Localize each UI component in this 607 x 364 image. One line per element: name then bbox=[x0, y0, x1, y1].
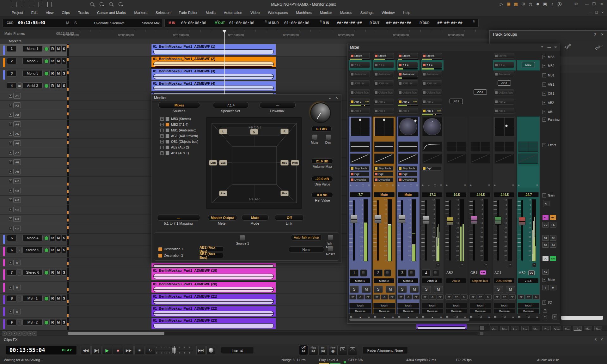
collapse-icon[interactable]: − bbox=[542, 82, 546, 87]
record-ready-dot[interactable] bbox=[44, 59, 49, 64]
send-slot-7-1-4[interactable]: 7.1.4 bbox=[398, 62, 418, 68]
subtrack-label[interactable]: A13 bbox=[13, 207, 21, 212]
fx-strip-tools[interactable]: Strip Tools bbox=[374, 166, 393, 171]
send-slot-ambisonic[interactable]: Ambisonic bbox=[374, 71, 394, 77]
track-type-icon[interactable]: L bbox=[17, 319, 22, 325]
record-arm-button[interactable] bbox=[408, 270, 415, 276]
track-name[interactable]: Mono 3 bbox=[22, 70, 43, 76]
fader-track[interactable] bbox=[449, 200, 451, 261]
ruler-mode[interactable]: Main :Frames bbox=[4, 32, 25, 35]
menu-window[interactable]: Window bbox=[377, 9, 399, 16]
fader-value[interactable]: -144.5 bbox=[494, 192, 515, 197]
send-checkbox[interactable] bbox=[351, 91, 353, 94]
fader-value[interactable]: Mute bbox=[374, 192, 395, 197]
workspace-button-A[interactable]: A bbox=[32, 331, 37, 336]
panel-tab-6[interactable]: Gl... bbox=[553, 326, 561, 331]
button-ø[interactable]: Ø bbox=[429, 294, 436, 300]
workspace-button-2[interactable]: 2 bbox=[7, 331, 12, 336]
mark-field-spinner[interactable]: ⇅ bbox=[473, 20, 475, 23]
audio-clip[interactable] bbox=[416, 324, 467, 330]
track-name[interactable]: Mono 2 bbox=[22, 58, 43, 64]
release-button[interactable]: Release bbox=[469, 308, 491, 314]
monitor-mute-button[interactable] bbox=[312, 134, 318, 140]
scroll-right-button[interactable] bbox=[480, 332, 483, 335]
record-ready-dot[interactable] bbox=[44, 71, 49, 76]
send-checkbox[interactable] bbox=[495, 73, 498, 76]
sidebar-toggle-ag1[interactable]: −AG1 bbox=[542, 82, 554, 87]
collapse-icon[interactable]: − bbox=[542, 73, 546, 77]
expand-icon[interactable]: + bbox=[9, 104, 12, 107]
button-pf[interactable]: PF bbox=[437, 294, 444, 300]
track-header-sub[interactable]: +R bbox=[0, 282, 67, 294]
button-pf[interactable]: PF bbox=[413, 294, 420, 300]
send-slot-ambisonic[interactable]: Ambisonic bbox=[494, 71, 514, 77]
subtrack-label[interactable]: A9 bbox=[13, 169, 21, 174]
panel-tab-3[interactable]: F... bbox=[521, 326, 529, 331]
mark-field-spinner[interactable]: ⇅ bbox=[320, 20, 322, 23]
solo-button[interactable]: S bbox=[350, 286, 359, 293]
track-number[interactable]: 6 bbox=[7, 247, 16, 253]
menu-icon[interactable]: ≡ bbox=[327, 96, 332, 100]
fader-track[interactable] bbox=[521, 200, 523, 261]
send-checkbox[interactable] bbox=[399, 100, 402, 103]
button-ø[interactable]: Ø bbox=[405, 294, 412, 300]
mark-field-value[interactable]: 01:00:00:00 bbox=[229, 21, 254, 25]
send-slot-aux-2[interactable]: Aux 2 bbox=[374, 99, 394, 105]
record-ready-dot[interactable] bbox=[44, 84, 49, 88]
audio-clip[interactable]: 01_BerlinMoskau_Part1_ADMBWF (19) bbox=[151, 268, 276, 280]
expand-icon[interactable]: + bbox=[160, 129, 164, 132]
record-ready-dot[interactable] bbox=[44, 320, 49, 325]
release-button[interactable]: Release bbox=[518, 308, 539, 314]
track-name[interactable]: Mono 1 bbox=[22, 46, 43, 52]
collapse-icon[interactable]: − bbox=[542, 193, 546, 197]
track-name[interactable]: Ambi-3 bbox=[22, 82, 43, 89]
record-arm-button[interactable] bbox=[360, 270, 367, 276]
sync-source-select[interactable]: Internal bbox=[221, 347, 254, 354]
send-slot-stereo[interactable]: Stereo bbox=[374, 53, 394, 59]
collapse-icon[interactable]: − bbox=[542, 143, 546, 147]
subtrack-label[interactable]: A7 bbox=[13, 150, 21, 155]
speaker-Lrs[interactable]: Lrs bbox=[219, 191, 227, 196]
mute-button[interactable]: M bbox=[56, 46, 61, 52]
audio-clip[interactable]: 01_BerlinMoskau_Part1_ADMBWF (21) bbox=[151, 294, 276, 305]
track-number[interactable]: 3 bbox=[7, 70, 16, 76]
expand-icon[interactable]: + bbox=[160, 146, 164, 149]
automation-off-button[interactable]: Off⋈ bbox=[299, 345, 308, 355]
speaker-Rtm[interactable]: Rtm bbox=[291, 160, 299, 166]
solo-button[interactable]: S bbox=[62, 295, 66, 301]
send-checkbox[interactable] bbox=[351, 82, 353, 85]
new-file-icon[interactable] bbox=[12, 2, 16, 7]
auto-talk-button[interactable]: Auto-Talk on Stop bbox=[291, 234, 322, 240]
send-slot-axu-rev[interactable]: AXU rev bbox=[398, 80, 418, 86]
source-1-button[interactable] bbox=[240, 235, 245, 241]
jog-ball-button[interactable] bbox=[206, 346, 215, 355]
send-slot-objects-bus[interactable]: Objects bus bbox=[494, 89, 514, 95]
dropdown-link[interactable]: Off bbox=[275, 215, 304, 221]
send-slot-stereo[interactable]: Stereo bbox=[350, 53, 370, 59]
track-header-sub[interactable]: +R bbox=[0, 258, 67, 268]
track-name[interactable]: Stereo 5 bbox=[22, 247, 43, 253]
fx-enable[interactable] bbox=[399, 173, 402, 175]
track-header-sub[interactable]: +A11 bbox=[0, 186, 67, 195]
speaker-L[interactable]: L bbox=[219, 129, 227, 134]
source-item[interactable]: +MB2 (7.1.4) bbox=[160, 122, 188, 127]
track-number[interactable]: 2 bbox=[7, 58, 16, 64]
speaker-R[interactable]: R bbox=[280, 129, 289, 134]
panel-tab-8[interactable]: Tr... bbox=[573, 326, 582, 331]
fader-cap[interactable] bbox=[399, 215, 405, 223]
eq-curve-display[interactable] bbox=[398, 142, 418, 152]
save-icon[interactable] bbox=[39, 2, 43, 7]
button-sf[interactable]: SF bbox=[494, 294, 500, 300]
send-checkbox[interactable] bbox=[495, 100, 498, 103]
channel-name[interactable]: Ambi-3 bbox=[422, 278, 442, 283]
input-routing-button[interactable]: IR bbox=[49, 235, 55, 241]
nudge-setting[interactable]: Nudge 3: 1 Frm bbox=[281, 358, 305, 362]
panel-tab-4[interactable]: M... bbox=[532, 326, 540, 331]
menu-machines[interactable]: Machines bbox=[292, 9, 316, 16]
doc-restore-icon[interactable]: ❐ bbox=[595, 11, 598, 14]
keyboard-icon[interactable]: ♁ bbox=[549, 2, 555, 6]
channel-number[interactable]: 1 bbox=[350, 270, 359, 276]
track-name[interactable]: MS - 1 bbox=[22, 295, 43, 301]
track-header-sub[interactable]: +A6 bbox=[0, 139, 67, 148]
expand-icon[interactable]: + bbox=[9, 286, 12, 289]
